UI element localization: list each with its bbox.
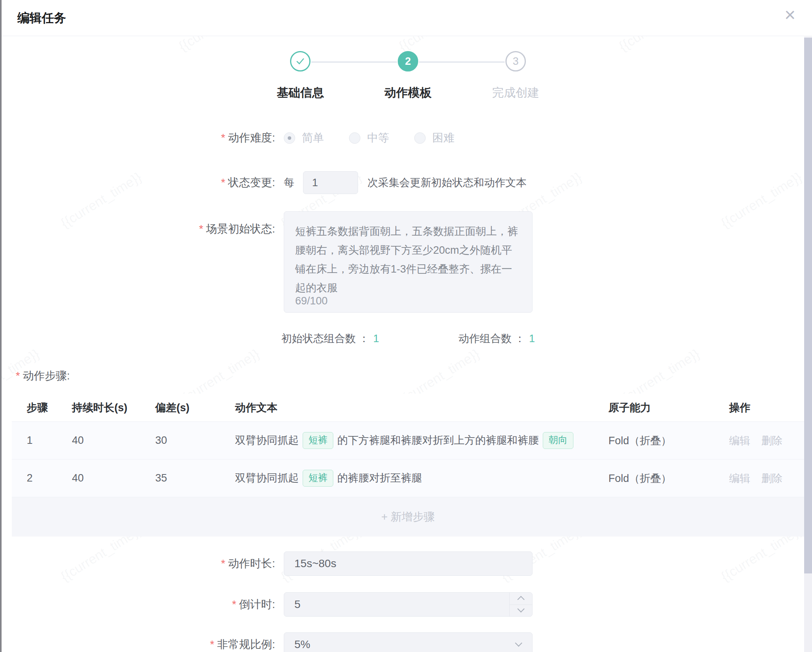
initial-combos-label: 初始状态组合数 ： <box>281 333 369 344</box>
ratio-row: *非常规比例: 5% <box>0 632 812 652</box>
ratio-label: 非常规比例: <box>217 638 275 650</box>
atomic-ability: Fold（折叠） <box>603 471 723 485</box>
col-ability: 原子能力 <box>603 401 723 415</box>
chevron-down-icon <box>515 639 522 647</box>
action-steps-title: *动作步骤: <box>16 368 812 383</box>
initial-state-label: 场景初始状态: <box>206 223 275 235</box>
atomic-ability: Fold（折叠） <box>603 434 723 448</box>
step-1-check-icon <box>290 51 310 71</box>
combination-stats: 初始状态组合数 ：1 动作组合数 ：1 <box>281 331 535 346</box>
duration-label: 动作时长: <box>228 557 275 570</box>
step-1-label: 基础信息 <box>249 85 351 101</box>
countdown-label: 倒计时: <box>239 598 275 610</box>
table-header: 步骤 持续时长(s) 偏差(s) 动作文本 原子能力 操作 <box>12 394 804 422</box>
col-action-text: 动作文本 <box>230 401 603 415</box>
number-stepper <box>509 593 532 616</box>
stepper: 2 3 基础信息 动作模板 完成创建 <box>0 43 812 106</box>
col-operations: 操作 <box>723 401 804 415</box>
increase-button[interactable] <box>510 593 532 604</box>
steps-table-rows: 14030双臂协同抓起短裤的下方裤腿和裤腰对折到上方的裤腿和裤腰朝向Fold（折… <box>12 422 804 497</box>
radio-hard[interactable]: 困难 <box>414 130 454 145</box>
state-change-suffix: 次采集会更新初始状态和动作文本 <box>367 176 527 190</box>
col-duration: 持续时长(s) <box>67 401 149 415</box>
step-2-indicator: 2 <box>398 51 418 71</box>
radio-circle-icon <box>349 132 360 144</box>
duration-input[interactable] <box>284 551 533 576</box>
radio-circle-icon <box>284 132 295 144</box>
entity-tag: 短裤 <box>303 470 333 486</box>
state-change-prefix: 每 <box>284 176 294 190</box>
step-3-indicator: 3 <box>505 51 526 71</box>
chevron-down-icon <box>517 605 524 612</box>
entity-tag: 朝向 <box>543 432 573 449</box>
ratio-value: 5% <box>294 638 310 651</box>
table-row: 24035双臂协同抓起短裤的裤腰对折至裤腿Fold（折叠）编辑删除 <box>12 460 804 497</box>
add-step-button[interactable]: + 新增步骤 <box>12 497 804 537</box>
steps-table: 步骤 持续时长(s) 偏差(s) 动作文本 原子能力 操作 14030双臂协同抓… <box>12 394 804 537</box>
decrease-button[interactable] <box>510 604 532 617</box>
step-connector <box>311 61 397 63</box>
scrollbar-track[interactable] <box>804 37 812 652</box>
radio-medium[interactable]: 中等 <box>349 130 389 145</box>
scrollbar-thumb[interactable] <box>804 38 812 573</box>
state-change-row: *状态变更: 每 次采集会更新初始状态和动作文本 <box>0 171 812 194</box>
step-2-label: 动作模板 <box>357 85 459 101</box>
difficulty-row: *动作难度: 简单 中等 困难 <box>0 130 812 145</box>
action-combos-label: 动作组合数 ： <box>458 333 525 344</box>
initial-combos-value: 1 <box>373 333 379 344</box>
edit-link[interactable]: 编辑 <box>729 434 750 448</box>
radio-easy[interactable]: 简单 <box>284 130 324 145</box>
state-change-label: 状态变更: <box>228 176 275 189</box>
action-combos-value: 1 <box>529 333 535 344</box>
duration-row: *动作时长: <box>0 551 812 576</box>
step-3-label: 完成创建 <box>465 85 567 101</box>
difficulty-label: 动作难度: <box>228 132 275 144</box>
edit-link[interactable]: 编辑 <box>729 471 750 485</box>
ratio-select[interactable]: 5% <box>284 632 533 652</box>
page-edge <box>0 0 2 652</box>
entity-tag: 短裤 <box>303 432 333 449</box>
step-connector <box>419 61 505 63</box>
dialog-header: 编辑任务 × <box>0 0 812 36</box>
table-row: 14030双臂协同抓起短裤的下方裤腿和裤腰对折到上方的裤腿和裤腰朝向Fold（折… <box>12 422 804 460</box>
col-deviation: 偏差(s) <box>149 401 230 415</box>
radio-circle-icon <box>414 132 426 144</box>
required-mark: * <box>221 132 225 144</box>
delete-link[interactable]: 删除 <box>761 471 783 485</box>
initial-state-row: *场景初始状态: 短裤五条数据背面朝上，五条数据正面朝上，裤腰朝右，离头部视野下… <box>0 211 812 314</box>
close-icon[interactable]: × <box>784 5 795 24</box>
col-step: 步骤 <box>12 401 67 415</box>
delete-link[interactable]: 删除 <box>761 434 783 448</box>
countdown-row: *倒计时: <box>0 592 812 617</box>
countdown-input[interactable] <box>284 592 533 617</box>
chevron-up-icon <box>517 596 524 603</box>
dialog-title: 编辑任务 <box>17 10 66 26</box>
char-counter: 69/100 <box>295 295 328 307</box>
state-change-input[interactable] <box>303 171 358 194</box>
